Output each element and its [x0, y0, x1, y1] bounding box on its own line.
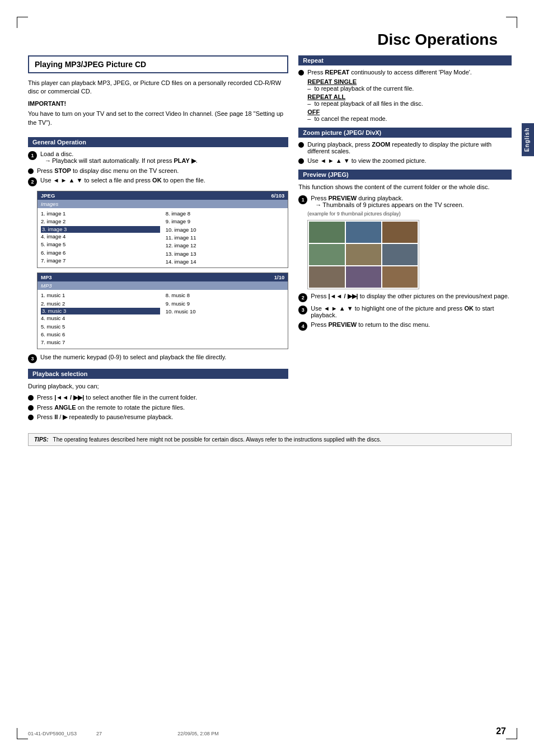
thumbnail-7: [309, 266, 344, 288]
corner-mark-tl: [17, 17, 28, 28]
jpeg-row-3: 3. image 3: [41, 226, 160, 233]
bullet-pause-text: Press II / ▶ repeatedly to pause/resume …: [37, 414, 173, 421]
general-operation-section: General Operation 1 Load a disc. →Playba…: [28, 137, 288, 363]
jpeg-row-5: 5. image 5: [41, 241, 160, 248]
thumbnail-9: [382, 266, 418, 288]
playback-intro: During playback, you can;: [28, 382, 288, 391]
footer-left: 01-41-DVP5900_US3 27 22/09/05, 2:08 PM: [28, 731, 219, 736]
mp3-row-3: 3. music 3: [41, 308, 160, 314]
mp3-subheader: MP3: [38, 281, 288, 290]
jpeg-row-9: 9. image 9: [166, 218, 285, 226]
bullet-circle-repeat: [298, 70, 304, 76]
bullet-circle-prev-next: [28, 395, 34, 401]
preview-step-4-text: Press PREVIEW to return to the disc menu…: [311, 321, 430, 328]
preview-step-number-1: 1: [298, 195, 307, 204]
step-number-1: 1: [28, 151, 37, 160]
thumbnail-8: [346, 266, 381, 288]
mp3-row-10: 10. music 10: [166, 308, 285, 316]
preview-step-3: 3 Use ◄ ► ▲ ▼ to highlight one of the pi…: [298, 305, 512, 318]
tips-text: The operating features described here mi…: [53, 436, 381, 443]
jpeg-row-14: 14. image 14: [166, 258, 285, 266]
mp3-title: MP3: [41, 274, 52, 280]
bullet-stop: Press STOP to display disc menu on the T…: [28, 167, 288, 174]
two-column-layout: Playing MP3/JPEG Picture CD This player …: [28, 55, 512, 426]
bullet-prev-next-text: Press |◄◄ / ▶▶| to select another file i…: [37, 394, 197, 401]
jpeg-title: JPEG: [41, 192, 55, 199]
main-content: Disc Operations Playing MP3/JPEG Picture…: [28, 31, 512, 722]
repeat-single-desc: – to repeat playback of the current file…: [298, 85, 512, 92]
mp3-table-body: 1. music 1 2. music 2 3. music 3 4. musi…: [38, 290, 288, 348]
preview-step-4: 4 Press PREVIEW to return to the disc me…: [298, 321, 512, 331]
preview-section: Preview (JPEG) This function shows the c…: [298, 170, 512, 331]
jpeg-subheader: Images: [38, 200, 288, 208]
preview-step-number-3: 3: [298, 306, 307, 314]
preview-step-2: 2 Press |◄◄ / ▶▶| to display the other p…: [298, 293, 512, 302]
playback-selection-header: Playback selection: [28, 369, 288, 379]
page-title: Disc Operations: [28, 31, 512, 49]
jpeg-row-7: 7. image 7: [41, 257, 160, 265]
jpeg-table: JPEG 6/103 Images 1. image 1 2. image 2 …: [37, 191, 288, 268]
mp3-count: 1/10: [274, 274, 285, 280]
step-number-2: 2: [28, 177, 37, 186]
preview-step-1-text: Press PREVIEW during playback. →Thumbnai…: [311, 195, 463, 208]
mp3-right-col: 8. music 8 9. music 9 10. music 10: [166, 292, 285, 346]
bullet-zoom-nav: Use ◄ ► ▲ ▼ to view the zoomed picture.: [298, 157, 512, 164]
zoom-section: Zoom picture (JPEG/ DivX) During playbac…: [298, 128, 512, 164]
intro-text: This player can playback MP3, JPEG, or P…: [28, 79, 288, 96]
jpeg-row-6: 6. image 6: [41, 249, 160, 257]
thumbnail-6: [382, 244, 418, 265]
preview-step-2-text: Press |◄◄ / ▶▶| to display the other pic…: [311, 293, 509, 300]
mp3-row-8: 8. music 8: [166, 292, 285, 299]
bullet-angle: Press ANGLE on the remote to rotate the …: [28, 404, 288, 411]
bullet-zoom-nav-text: Use ◄ ► ▲ ▼ to view the zoomed picture.: [307, 157, 426, 164]
repeat-all-desc: – to repeat playback of all files in the…: [298, 100, 512, 107]
thumbnail-4: [309, 244, 344, 265]
repeat-off-label: OFF: [307, 109, 512, 115]
jpeg-count: 6/103: [271, 192, 285, 199]
mp3-row-9: 9. music 9: [166, 300, 285, 308]
bullet-zoom-text: During playback, press ZOOM repeatedly t…: [307, 141, 512, 154]
mp3-row-2: 2. music 2: [41, 300, 160, 308]
preview-intro: This function shows the content of the c…: [298, 183, 512, 191]
thumbnail-1: [309, 222, 344, 243]
step-1-text: Load a disc. →Playback will start automa…: [40, 151, 198, 165]
bullet-repeat: Press REPEAT continuously to access diff…: [298, 69, 512, 76]
jpeg-row-11: 11. image 11: [166, 234, 285, 242]
preview-header: Preview (JPEG): [298, 170, 512, 180]
preview-step-1: 1 Press PREVIEW during playback. →Thumbn…: [298, 195, 512, 208]
bullet-prev-next: Press |◄◄ / ▶▶| to select another file i…: [28, 394, 288, 401]
step-2: 2 Use ◄ ► ▲ ▼ to select a file and press…: [28, 177, 288, 186]
step-2-text: Use ◄ ► ▲ ▼ to select a file and press O…: [40, 177, 205, 184]
preview-thumbnail-grid: [307, 220, 419, 289]
jpeg-table-body: 1. image 1 2. image 2 3. image 3 4. imag…: [38, 208, 288, 267]
preview-caption: (example for 9 thumbnail pictures displa…: [307, 211, 512, 217]
mp3-row-7: 7. music 7: [41, 339, 160, 346]
bullet-stop-text: Press STOP to display disc menu on the T…: [37, 167, 179, 174]
jpeg-table-header: JPEG 6/103: [38, 191, 288, 200]
tips-label: TIPS:: [34, 436, 49, 443]
mp3-row-5: 5. music 5: [41, 323, 160, 331]
thumbnail-3: [382, 222, 418, 243]
general-operation-header: General Operation: [28, 137, 288, 147]
repeat-header: Repeat: [298, 55, 512, 65]
page-number: 27: [496, 726, 506, 736]
left-column: Playing MP3/JPEG Picture CD This player …: [28, 55, 288, 426]
bullet-pause: Press II / ▶ repeatedly to pause/resume …: [28, 414, 288, 421]
tips-box: TIPS: The operating features described h…: [28, 433, 512, 446]
jpeg-row-12: 12. image 12: [166, 242, 285, 250]
thumbnail-2: [346, 222, 381, 243]
mp3-row-4: 4. music 4: [41, 314, 160, 322]
jpeg-row-8: 8. image 8: [166, 210, 285, 218]
bullet-circle-zoom: [298, 142, 304, 148]
preview-step-number-2: 2: [298, 293, 307, 302]
step-number-3: 3: [28, 354, 37, 363]
jpeg-right-col: 8. image 8 9. image 9 10. image 10 11. i…: [166, 210, 285, 266]
bullet-repeat-text: Press REPEAT continuously to access diff…: [307, 69, 472, 76]
corner-mark-tr: [506, 17, 517, 28]
right-column: Repeat Press REPEAT continuously to acce…: [298, 55, 512, 426]
corner-mark-bl: [17, 728, 28, 739]
mp3-table: MP3 1/10 MP3 1. music 1 2. music 2 3. mu…: [37, 273, 288, 349]
preview-step-3-text: Use ◄ ► ▲ ▼ to highlight one of the pict…: [311, 305, 512, 318]
bullet-circle-pause: [28, 415, 34, 420]
repeat-single-label: REPEAT SINGLE: [307, 78, 512, 85]
